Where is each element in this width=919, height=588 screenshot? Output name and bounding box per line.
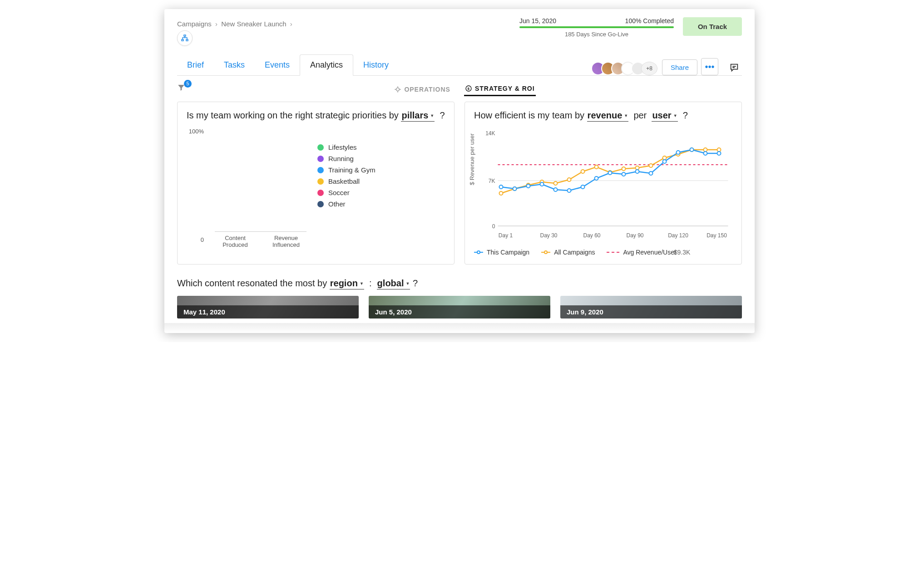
collaborators: +8 — [595, 62, 662, 75]
svg-point-45 — [717, 152, 721, 155]
bar-labels-row: Content Produced Revenue Influenced — [215, 232, 306, 248]
dropdown-region-value[interactable]: global▼ — [377, 278, 410, 289]
y-axis: 100% 0 — [187, 126, 204, 243]
content-cards: May 11, 2020 Jun 5, 2020 Jun 9, 2020 — [177, 296, 742, 318]
text: ? — [683, 110, 688, 120]
content-card[interactable]: Jun 5, 2020 — [369, 296, 550, 318]
svg-text:Day 60: Day 60 — [583, 232, 600, 239]
stacked-bar-chart: 100% 0 — [187, 126, 445, 248]
bar-label: Content Produced — [215, 235, 256, 248]
dropdown-metric-label: revenue — [588, 110, 623, 121]
svg-point-39 — [636, 170, 639, 173]
line-chart: $ Revenue per user 14K 7K 0 — [474, 126, 732, 246]
on-track-badge: On Track — [683, 17, 742, 36]
line-legend: This Campaign All Campaigns Avg Revenue/… — [474, 249, 732, 256]
svg-point-24 — [663, 156, 667, 160]
content-card[interactable]: Jun 9, 2020 — [560, 296, 742, 318]
bars-pair — [215, 126, 306, 231]
legend-label: This Campaign — [487, 249, 529, 256]
text: ? — [413, 278, 418, 288]
header-row: Campaigns › New Sneaker Launch › Jun 15,… — [177, 17, 742, 46]
status-days: 185 Days Since Go-Live — [519, 31, 674, 38]
swatch — [317, 201, 324, 207]
caret-down-icon: ▼ — [360, 281, 364, 286]
analytics-panels: Is my team working on the right strategi… — [177, 102, 742, 265]
svg-point-44 — [704, 152, 707, 155]
target-icon — [394, 86, 401, 93]
svg-text:0: 0 — [492, 223, 495, 230]
caret-down-icon: ▼ — [673, 113, 677, 118]
analytics-subtabs: OPERATIONS $ STRATEGY & ROI — [187, 82, 742, 96]
legend-this-campaign: This Campaign — [474, 249, 529, 256]
tab-brief[interactable]: Brief — [177, 55, 214, 75]
caret-down-icon: ▼ — [406, 281, 410, 286]
subtab-operations-label: OPERATIONS — [404, 86, 450, 93]
swatch — [317, 167, 324, 173]
tab-events[interactable]: Events — [255, 55, 300, 75]
dropdown-unit[interactable]: user▼ — [652, 110, 677, 122]
tab-tasks[interactable]: Tasks — [214, 55, 255, 75]
svg-point-19 — [595, 165, 598, 169]
content-card-date: May 11, 2020 — [177, 305, 359, 318]
svg-point-3 — [396, 88, 400, 91]
legend-label: Basketball — [328, 177, 360, 185]
hierarchy-icon-button[interactable] — [177, 30, 193, 46]
panel-efficiency-title: How efficient is my team by revenue▼ per… — [474, 110, 732, 122]
content-card[interactable]: May 11, 2020 — [177, 296, 359, 318]
svg-text:Day 150: Day 150 — [707, 232, 727, 239]
bar-label: Revenue Influenced — [266, 235, 306, 248]
legend-label: Soccer — [328, 189, 350, 196]
svg-point-27 — [704, 148, 707, 152]
svg-point-42 — [677, 151, 680, 154]
svg-point-22 — [636, 166, 639, 170]
panel-efficiency: How efficient is my team by revenue▼ per… — [464, 102, 742, 265]
caret-down-icon: ▼ — [624, 113, 628, 118]
filter-icon-button[interactable]: 5 — [177, 83, 187, 93]
bars-area-wrap: Content Produced Revenue Influenced — [215, 126, 306, 248]
tab-analytics[interactable]: Analytics — [300, 54, 353, 76]
dropdown-region-value-label: global — [377, 278, 404, 289]
swatch — [317, 190, 324, 196]
status-block: Jun 15, 2020 100% Completed 185 Days Sin… — [519, 17, 674, 38]
svg-point-34 — [568, 189, 571, 192]
svg-point-17 — [568, 178, 571, 181]
text: How efficient is my team by — [474, 110, 584, 120]
text: Which content resonated the most by — [177, 278, 327, 288]
more-actions-button[interactable]: ••• — [701, 58, 718, 75]
legend-label: Running — [328, 155, 354, 162]
tab-history[interactable]: History — [353, 55, 399, 75]
svg-rect-1 — [182, 39, 183, 41]
breadcrumb-item[interactable]: New Sneaker Launch — [221, 20, 286, 28]
section-content-resonance-title: Which content resonated the most by regi… — [177, 278, 742, 289]
comments-icon-button[interactable] — [726, 60, 742, 75]
y-axis-label: $ Revenue per user — [469, 133, 475, 185]
svg-point-21 — [622, 167, 626, 171]
dropdown-grouping[interactable]: pillars ▼ — [401, 110, 435, 122]
panel-pillars-title: Is my team working on the right strategi… — [187, 110, 445, 122]
chevron-right-icon: › — [288, 20, 294, 28]
legend: Lifestyles Running Training & Gym Basket… — [317, 140, 376, 211]
svg-point-43 — [690, 148, 694, 152]
breadcrumb-root[interactable]: Campaigns — [177, 20, 212, 28]
avatar-more[interactable]: +8 — [641, 62, 657, 75]
svg-point-23 — [649, 164, 653, 167]
legend-value: $9.3K — [674, 249, 691, 256]
share-button[interactable]: Share — [662, 59, 697, 75]
panel-pillars: Is my team working on the right strategi… — [177, 102, 455, 265]
svg-point-33 — [554, 188, 558, 191]
legend-label: Other — [328, 200, 346, 208]
primary-tabs: Brief Tasks Events Analytics History +8 … — [177, 54, 742, 76]
svg-text:$: $ — [467, 87, 469, 91]
svg-rect-2 — [186, 39, 188, 41]
subtab-operations[interactable]: OPERATIONS — [393, 82, 451, 96]
dollar-icon: $ — [465, 85, 472, 92]
svg-point-37 — [608, 171, 612, 175]
dropdown-metric[interactable]: revenue▼ — [587, 110, 629, 122]
legend-label: Training & Gym — [328, 166, 376, 174]
subtab-strategy-roi[interactable]: $ STRATEGY & ROI — [464, 82, 536, 96]
svg-point-12 — [499, 191, 503, 195]
svg-text:7K: 7K — [489, 178, 495, 184]
content-card-date: Jun 9, 2020 — [560, 305, 742, 318]
dropdown-region-dim[interactable]: region▼ — [330, 278, 364, 289]
status-date: Jun 15, 2020 — [519, 17, 556, 24]
